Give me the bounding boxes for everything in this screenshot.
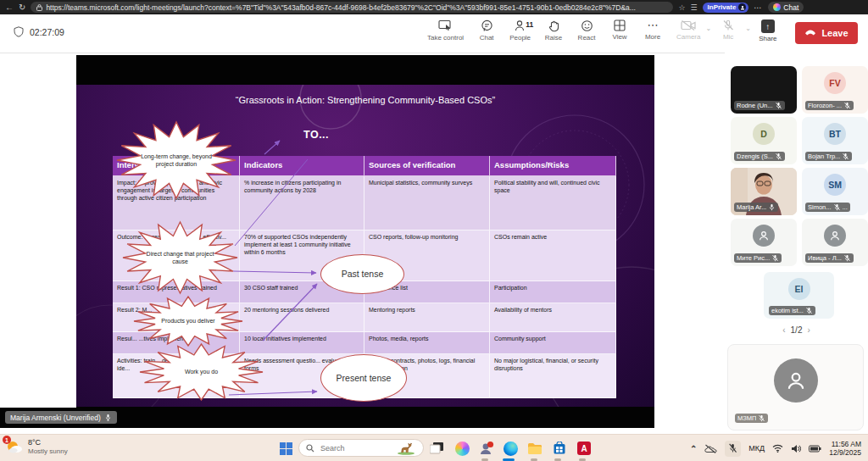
page-prev-icon[interactable]: ‹ xyxy=(777,325,790,335)
share-button[interactable]: ↑ Share xyxy=(756,19,780,42)
view-grid-icon xyxy=(614,19,626,31)
tray-date: 12/9/2025 xyxy=(829,448,861,457)
view-button[interactable]: View xyxy=(609,19,630,42)
person-avatar-icon xyxy=(774,358,818,403)
page-indicator: 1/2 xyxy=(791,325,803,335)
mic-off-icon xyxy=(775,153,782,160)
copilot-chat-button[interactable]: Chat xyxy=(768,2,804,13)
teams-icon[interactable] xyxy=(477,439,496,458)
participant-tile[interactable]: Ивица - Л... xyxy=(802,219,868,266)
file-explorer-icon[interactable] xyxy=(526,439,544,458)
avatar: SM xyxy=(824,174,846,196)
speaker-icon[interactable] xyxy=(791,444,801,453)
copilot-icon[interactable] xyxy=(453,439,471,458)
taskbar-search[interactable] xyxy=(298,439,424,457)
avatar: FV xyxy=(824,72,846,94)
camera-button[interactable]: Camera xyxy=(676,19,700,41)
chat-icon xyxy=(481,19,493,32)
participant-tile[interactable]: SM Simon... ... xyxy=(802,168,868,215)
meeting-toolbar: 02:27:09 Take control Chat 11 People Rai… xyxy=(0,14,868,53)
weather-temperature: 8°C xyxy=(28,438,68,447)
raise-hand-button[interactable]: Raise xyxy=(543,19,564,42)
people-button[interactable]: 11 People xyxy=(509,19,531,42)
address-bar[interactable]: https://teams.microsoft.com/light-meetin… xyxy=(31,2,673,13)
favorite-star-icon[interactable]: ☆ xyxy=(678,3,685,12)
person-avatar-icon xyxy=(753,225,775,247)
mic-on-icon xyxy=(768,203,776,211)
app-running-indicator xyxy=(531,458,537,461)
inprivate-badge[interactable]: InPrivate xyxy=(703,3,749,13)
search-input[interactable] xyxy=(319,443,390,453)
camera-off-icon xyxy=(681,19,696,31)
windows-taskbar: 1 8°C Mostly sunny A ⌃ xyxy=(0,434,868,461)
mic-off-icon xyxy=(771,254,779,262)
tray-expand-chevron-icon[interactable]: ⌃ xyxy=(690,444,697,453)
active-app-indicator xyxy=(503,458,515,461)
more-button[interactable]: ⋯ More xyxy=(643,19,663,42)
mic-off-icon xyxy=(842,153,849,160)
acrobat-icon[interactable]: A xyxy=(575,439,593,458)
search-highlight-deer-icon xyxy=(396,442,416,455)
battery-icon[interactable] xyxy=(809,445,821,453)
wifi-icon[interactable] xyxy=(772,444,783,453)
mic-options-chevron-icon[interactable]: ⌄ xyxy=(745,25,751,32)
spotlight-participant-tile[interactable]: МЗМП xyxy=(727,344,864,430)
chat-button[interactable]: Chat xyxy=(476,19,497,42)
participant-tile[interactable]: Rodne (Un... xyxy=(731,66,797,114)
participant-tile[interactable]: BT Bojan Trp... xyxy=(802,117,868,164)
onedrive-paused-icon[interactable] xyxy=(704,444,717,453)
back-icon[interactable]: ← xyxy=(5,0,14,14)
take-control-button[interactable]: Take control xyxy=(427,19,464,42)
page-next-icon[interactable]: › xyxy=(802,325,815,335)
raise-hand-icon xyxy=(548,19,559,32)
avatar: EI xyxy=(788,278,810,300)
gallery-pagination: ‹1/2› xyxy=(725,325,868,335)
take-control-icon xyxy=(438,19,453,32)
callout-starburst: Work you do xyxy=(140,344,263,400)
camera-options-chevron-icon[interactable]: ⌄ xyxy=(705,25,711,32)
person-avatar-icon xyxy=(824,225,846,247)
mic-off-icon xyxy=(833,203,841,211)
participant-tile[interactable]: D Dzengis (S... xyxy=(731,117,797,164)
participant-tile-video[interactable]: Marija Ar... xyxy=(731,168,797,215)
app-running-indicator xyxy=(481,458,488,461)
avatar: D xyxy=(753,123,775,145)
edge-icon[interactable] xyxy=(501,439,520,458)
mic-off-icon xyxy=(843,102,851,109)
people-icon xyxy=(515,19,526,32)
participant-tile[interactable]: Мите Рис... xyxy=(731,219,797,266)
participant-tile[interactable]: EI ekotim ist... xyxy=(764,272,834,319)
avatar: BT xyxy=(824,123,846,145)
shield-icon xyxy=(14,26,24,37)
callout-oval-past-tense: Past tense xyxy=(320,254,404,294)
start-button[interactable] xyxy=(276,439,295,458)
weather-widget[interactable]: 1 8°C Mostly sunny xyxy=(5,437,68,456)
tile-more-options-icon[interactable]: ... xyxy=(843,203,848,211)
tray-mic-muted-icon[interactable] xyxy=(725,441,741,457)
people-count-badge: 11 xyxy=(526,20,533,29)
favorites-list-icon[interactable]: ☰ xyxy=(690,3,697,12)
callout-starburst: Long-term change, beyond project duratio… xyxy=(117,122,236,198)
meeting-timer: 02:27:09 xyxy=(14,26,64,37)
url-text: https://teams.microsoft.com/light-meetin… xyxy=(46,3,636,12)
browser-menu-icon[interactable]: ⋯ xyxy=(754,3,761,12)
leave-button[interactable]: Leave xyxy=(795,22,858,44)
mic-off-icon xyxy=(843,254,851,262)
tray-clock[interactable]: 11:56 AM 12/9/2025 xyxy=(829,440,861,457)
participant-tile[interactable]: FV Florozon- ... xyxy=(802,66,868,114)
mic-off-icon xyxy=(775,102,782,109)
task-view-icon[interactable] xyxy=(427,439,446,458)
more-ellipsis-icon: ⋯ xyxy=(648,19,659,31)
callout-starburst: Products you deliver xyxy=(134,297,242,346)
weather-icon: 1 xyxy=(5,437,24,456)
refresh-icon[interactable]: ↻ xyxy=(19,0,25,14)
weather-description: Mostly sunny xyxy=(28,447,68,455)
react-button[interactable]: React xyxy=(576,19,597,42)
tray-language-indicator[interactable]: МКД xyxy=(748,444,765,453)
search-icon xyxy=(306,444,314,453)
share-icon: ↑ xyxy=(761,19,775,33)
hangup-icon xyxy=(804,30,816,36)
microsoft-store-icon[interactable] xyxy=(550,439,569,458)
mic-button[interactable]: Mic xyxy=(716,19,740,41)
mic-off-icon xyxy=(758,414,765,422)
